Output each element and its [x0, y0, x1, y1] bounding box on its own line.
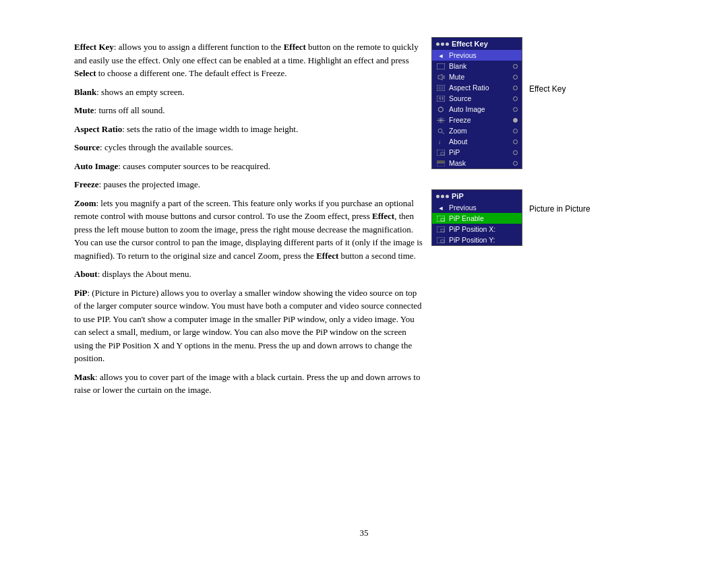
- pip-item-left-prev: Previous: [436, 204, 477, 212]
- pip-title: PiP: [452, 192, 464, 200]
- menu-item-left-source: Source: [436, 94, 471, 102]
- mask-icon: [436, 160, 446, 167]
- aspect-text: : sets the ratio of the image width to i…: [122, 124, 298, 134]
- menu-item-blank[interactable]: Blank: [432, 61, 522, 71]
- mask-radio: [513, 161, 518, 166]
- svg-rect-17: [441, 152, 444, 155]
- effect-key-bold: Effect Key: [74, 42, 114, 52]
- pip-bold: PiP: [74, 288, 88, 298]
- pip-dot3: [446, 195, 449, 198]
- source-menu-label: Source: [449, 94, 471, 102]
- zoom-text1: : lets you magnify a part of the screen.…: [74, 198, 414, 222]
- pip-item-pos-y[interactable]: PiP Position Y:: [432, 235, 522, 245]
- zoom-icon: [436, 127, 446, 135]
- svg-rect-4: [437, 85, 445, 91]
- svg-rect-19: [437, 163, 445, 166]
- select-bold: Select: [74, 68, 96, 78]
- menu-item-left-about: i About: [436, 137, 467, 146]
- pip-item-left-posy: PiP Position Y:: [436, 236, 495, 244]
- para-zoom: Zoom: lets you magnify a part of the scr…: [74, 197, 425, 263]
- menu-item-left-pip: PiP: [436, 148, 460, 156]
- page-container: Effect Key: allows you to assign a diffe…: [0, 0, 728, 562]
- mask-text: : allows you to cover part of the image …: [74, 372, 420, 396]
- menu-item-source[interactable]: Source: [432, 93, 522, 104]
- pip-previous-label: Previous: [449, 204, 477, 212]
- auto-image-icon: [436, 106, 446, 113]
- mute-text: : turns off all sound.: [94, 105, 165, 115]
- svg-marker-1: [438, 74, 442, 80]
- pip-radio: [513, 150, 518, 155]
- svg-rect-6: [437, 96, 445, 102]
- main-content: Effect Key: allows you to assign a diffe…: [74, 40, 425, 402]
- freeze-icon: [436, 117, 446, 124]
- pip-enable-label: PiP Enable: [449, 214, 484, 222]
- about-menu-label: About: [449, 137, 467, 146]
- pip-menu-label: PiP: [449, 148, 460, 156]
- para1-text1: : allows you to assign a different funct…: [114, 42, 284, 52]
- svg-rect-18: [437, 160, 445, 163]
- about-radio: [513, 139, 518, 144]
- menu-item-freeze[interactable]: Freeze: [432, 115, 522, 125]
- dot1: [436, 42, 439, 46]
- blank-bold: Blank: [74, 87, 96, 97]
- pip-text: : (Picture in Picture) allows you to ove…: [74, 288, 422, 364]
- pip-enable-icon: [436, 215, 446, 222]
- pip-dot1: [436, 195, 439, 198]
- pip-posx-label: PiP Position X:: [449, 225, 495, 233]
- menu-item-left-freeze: Freeze: [436, 116, 471, 124]
- svg-rect-23: [441, 229, 444, 232]
- menu-item-mute[interactable]: Mute: [432, 71, 522, 82]
- aspect-menu-label: Aspect Ratio: [449, 84, 489, 92]
- menu-item-mask[interactable]: Mask: [432, 158, 522, 168]
- source-icon: [436, 95, 446, 102]
- zoom-radio: [513, 129, 518, 133]
- pip-posy-label: PiP Position Y:: [449, 236, 495, 244]
- svg-rect-21: [441, 218, 444, 221]
- pip-item-pos-x[interactable]: PiP Position X:: [432, 224, 522, 235]
- zoom-bold: Zoom: [74, 198, 96, 208]
- right-column: Effect Key Previous Blank: [431, 37, 634, 266]
- effect-key-title: Effect Key: [452, 40, 488, 48]
- pip-dot2: [441, 195, 444, 198]
- pip-menu: PiP Previous PiP Enable: [431, 189, 522, 246]
- menu-item-zoom[interactable]: Zoom: [432, 125, 522, 136]
- freeze-radio: [513, 118, 518, 123]
- menu-item-auto-image[interactable]: Auto Image: [432, 104, 522, 115]
- pip-menu-dots: [436, 195, 449, 198]
- menu-item-left-blank: Blank: [436, 62, 466, 70]
- menu-item-about[interactable]: i About: [432, 136, 522, 147]
- para-about: About: displays the About menu.: [74, 268, 425, 281]
- svg-rect-25: [441, 240, 444, 243]
- blank-text: : shows an empty screen.: [96, 87, 184, 97]
- svg-rect-0: [437, 63, 445, 69]
- svg-text:i: i: [439, 139, 440, 145]
- pip-menu-container: PiP Previous PiP Enable: [431, 189, 634, 246]
- source-radio: [513, 96, 518, 101]
- blank-menu-label: Blank: [449, 62, 466, 70]
- aspect-icon: [436, 84, 446, 92]
- menu-item-previous[interactable]: Previous: [432, 50, 522, 61]
- svg-point-13: [438, 129, 442, 133]
- pip-item-left-posx: PiP Position X:: [436, 225, 495, 233]
- menu-item-left-auto: Auto Image: [436, 105, 485, 113]
- mask-bold: Mask: [74, 372, 95, 382]
- prev-icon: [436, 52, 446, 59]
- pip-item-enable[interactable]: PiP Enable: [432, 213, 522, 224]
- menu-dots: [436, 42, 449, 46]
- menu-item-pip[interactable]: PiP: [432, 147, 522, 158]
- blank-icon: [436, 63, 446, 70]
- pip-title-bar: PiP: [432, 190, 522, 202]
- menu-item-aspect[interactable]: Aspect Ratio: [432, 82, 522, 93]
- pip-prev-icon: [436, 204, 446, 212]
- para-freeze: Freeze: pauses the projected image.: [74, 178, 425, 191]
- autoimage-bold: Auto Image: [74, 161, 118, 171]
- autoimage-text: : causes computer sources to be reacquir…: [118, 161, 270, 171]
- mask-menu-label: Mask: [449, 159, 466, 167]
- para-autoimage: Auto Image: causes computer sources to b…: [74, 160, 425, 173]
- pip-posy-icon: [436, 237, 446, 244]
- previous-label: Previous: [449, 51, 477, 59]
- mute-bold: Mute: [74, 105, 94, 115]
- pip-item-previous[interactable]: Previous: [432, 202, 522, 213]
- blank-radio: [513, 64, 518, 69]
- zoom-text3: button a second time.: [338, 251, 415, 261]
